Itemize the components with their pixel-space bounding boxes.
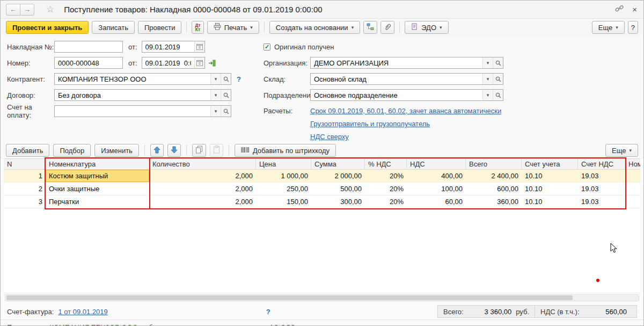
horizontal-scrollbar[interactable] — [5, 294, 639, 301]
payment-invoice-input[interactable] — [55, 106, 210, 117]
calendar-icon[interactable] — [194, 57, 204, 68]
chevron-down-icon[interactable]: ▾ — [482, 57, 493, 68]
col-header-total[interactable]: Всего — [466, 159, 522, 169]
add-row-button[interactable]: Добавить — [6, 144, 49, 157]
vat-on-top-link[interactable]: НДС сверху — [310, 133, 349, 141]
warehouse-input[interactable] — [311, 74, 482, 84]
cell-vat-account[interactable]: 19.03 — [578, 195, 625, 208]
counterparty-input[interactable] — [55, 74, 210, 84]
cell-vat[interactable]: 60,00 — [407, 195, 466, 208]
cell-nomenclature[interactable]: Очки защитные — [46, 183, 149, 195]
settlements-terms-link[interactable]: Срок 09.01.2019, 60.01, 60.02, зачет ава… — [310, 107, 501, 115]
cell-total[interactable]: 360,00 — [466, 195, 522, 208]
cell-n[interactable]: 2 — [4, 183, 46, 195]
col-header-price[interactable]: Цена — [256, 159, 311, 169]
attachments-button[interactable] — [380, 21, 394, 34]
cell-vat[interactable]: 100,00 — [407, 183, 466, 195]
cell-nom[interactable] — [625, 170, 640, 182]
cell-amount[interactable]: 300,00 — [311, 195, 365, 208]
col-header-account[interactable]: Счет учета — [522, 159, 578, 169]
cell-nom[interactable] — [625, 183, 640, 195]
col-header-vat[interactable]: НДС — [407, 159, 466, 169]
move-row-down-button[interactable] — [167, 144, 181, 157]
calendar-icon[interactable] — [194, 41, 204, 52]
col-header-nomenclature[interactable]: Номенклатура — [46, 159, 149, 169]
items-more-button[interactable]: Еще ▾ — [605, 144, 638, 157]
copy-link-button[interactable] — [615, 5, 624, 14]
open-lookup-icon[interactable] — [493, 74, 503, 84]
cell-vat-account[interactable]: 19.03 — [578, 170, 625, 182]
document-datetime-input[interactable] — [142, 57, 194, 68]
add-by-barcode-button[interactable]: Добавить по штрихкоду — [235, 144, 336, 157]
set-current-date-icon[interactable] — [208, 60, 216, 67]
scrollbar-thumb[interactable] — [6, 295, 573, 300]
cell-vat-percent[interactable]: 20% — [365, 170, 407, 182]
invoice-date-input[interactable] — [142, 41, 194, 52]
invoice-factura-link[interactable]: 1 от 09.01.2019 — [58, 308, 107, 316]
cell-price[interactable]: 250,00 — [256, 183, 311, 195]
col-header-vat-account[interactable]: Счет НДС — [578, 159, 625, 169]
close-button[interactable]: × — [632, 5, 637, 13]
pick-items-button[interactable]: Подбор — [53, 144, 91, 157]
original-received-checkbox[interactable]: ✓ — [264, 44, 270, 50]
cell-total[interactable]: 2 400,00 — [466, 170, 522, 182]
cell-account[interactable]: 10.10 — [522, 183, 578, 195]
chevron-down-icon[interactable]: ▾ — [482, 74, 493, 84]
move-row-up-button[interactable] — [150, 144, 164, 157]
invoice-number-input[interactable] — [55, 41, 122, 52]
copy-rows-button[interactable] — [192, 144, 206, 157]
cell-quantity[interactable]: 2,000 — [149, 195, 256, 208]
cell-n[interactable]: 1 — [4, 170, 46, 182]
col-header-vat-percent[interactable]: % НДС — [365, 159, 407, 169]
post-button[interactable]: Провести — [138, 21, 182, 34]
write-button[interactable]: Записать — [92, 21, 135, 34]
contract-input[interactable] — [55, 90, 210, 100]
cell-vat[interactable]: 400,00 — [407, 170, 466, 182]
cell-vat-percent[interactable]: 20% — [365, 183, 407, 195]
cell-price[interactable]: 150,00 — [256, 195, 311, 208]
invite-link[interactable]: КОМПАНИЯ ТЕНЗОР ООО к обмену электронным… — [49, 323, 296, 326]
cell-account[interactable]: 10.10 — [522, 195, 578, 208]
cell-amount[interactable]: 2 000,00 — [311, 170, 365, 182]
table-row[interactable]: 3 Перчатки 2,000 150,00 300,00 20% 60,00… — [4, 195, 640, 208]
cell-vat-account[interactable]: 19.03 — [578, 183, 625, 195]
col-header-amount[interactable]: Сумма — [311, 159, 365, 169]
cell-amount[interactable]: 500,00 — [311, 183, 365, 195]
open-lookup-icon[interactable] — [221, 106, 231, 117]
favorite-star-icon[interactable]: ☆ — [46, 5, 54, 14]
edo-button[interactable]: ЭДО ▾ — [405, 21, 448, 34]
cell-nomenclature[interactable]: Костюм защитный — [46, 170, 149, 182]
table-row[interactable]: 2 Очки защитные 2,000 250,00 500,00 20% … — [4, 183, 640, 195]
open-lookup-icon[interactable] — [493, 90, 503, 100]
footer-help-icon[interactable]: ? — [266, 308, 270, 316]
cell-total[interactable]: 600,00 — [466, 183, 522, 195]
post-and-close-button[interactable]: Провести и закрыть — [6, 21, 89, 34]
cell-nom[interactable] — [625, 195, 640, 208]
cell-vat-percent[interactable]: 20% — [365, 195, 407, 208]
back-button[interactable]: ← — [6, 4, 20, 16]
cell-quantity[interactable]: 2,000 — [149, 183, 256, 195]
cell-price[interactable]: 1 000,00 — [256, 170, 311, 182]
counterparty-help-icon[interactable]: ? — [237, 75, 241, 83]
col-header-n[interactable]: N — [4, 159, 46, 169]
chevron-down-icon[interactable]: ▾ — [210, 106, 221, 117]
change-items-button[interactable]: Изменить — [94, 144, 139, 157]
cell-nomenclature[interactable]: Перчатки — [46, 195, 149, 208]
col-header-quantity[interactable]: Количество — [149, 159, 256, 169]
col-header-nom[interactable]: Ном — [625, 159, 640, 169]
forward-button[interactable]: → — [20, 4, 34, 16]
open-lookup-icon[interactable] — [221, 74, 231, 84]
organization-input[interactable] — [311, 57, 482, 68]
cell-quantity[interactable]: 2,000 — [149, 170, 256, 182]
chevron-down-icon[interactable]: ▾ — [482, 90, 493, 100]
dtkt-button[interactable]: ДтКт — [192, 21, 203, 34]
print-button[interactable]: Печать ▾ — [207, 21, 259, 34]
create-on-basis-button[interactable]: Создать на основании ▾ — [269, 21, 360, 34]
paste-rows-button[interactable] — [210, 144, 223, 157]
department-input[interactable] — [311, 90, 482, 100]
chevron-down-icon[interactable]: ▾ — [210, 90, 221, 100]
more-button[interactable]: Еще ▾ — [592, 21, 625, 34]
open-lookup-icon[interactable] — [493, 57, 503, 68]
cell-account[interactable]: 10.10 — [522, 170, 578, 182]
chevron-down-icon[interactable]: ▾ — [210, 74, 221, 84]
